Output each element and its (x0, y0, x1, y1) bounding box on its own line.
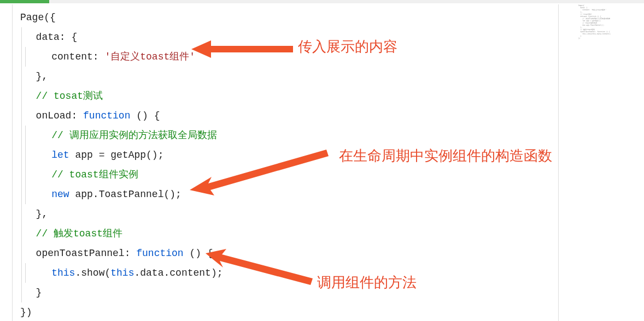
code-line: new app.ToastPannel(); (20, 185, 551, 204)
progress-indicator (0, 0, 49, 3)
code-line: let app = getApp(); (20, 145, 551, 165)
code-line: }) (20, 302, 551, 321)
code-line: openToastPannel: function () { (20, 243, 551, 263)
code-line: } (20, 283, 551, 302)
code-line: Page({ (20, 8, 551, 27)
code-line: }, (20, 67, 551, 86)
code-line: this.show(this.data.content); (20, 263, 551, 283)
code-line: // toast组件实例 (20, 165, 551, 185)
minimap[interactable]: Page({ data: { content: '自定义toast组件' }, … (578, 4, 639, 48)
code-line: onLoad: function () { (20, 106, 551, 126)
code-line: // tosat测试 (20, 86, 551, 106)
code-line: // 调用应用实例的方法获取全局数据 (20, 126, 551, 145)
code-editor[interactable]: Page({ data: { content: '自定义toast组件' }, … (12, 4, 559, 321)
code-line: content: '自定义toast组件' (20, 47, 551, 67)
code-line: data: { (20, 27, 551, 47)
code-line: }, (20, 204, 551, 224)
code-line: // 触发toast组件 (20, 224, 551, 243)
top-bar (0, 0, 644, 3)
